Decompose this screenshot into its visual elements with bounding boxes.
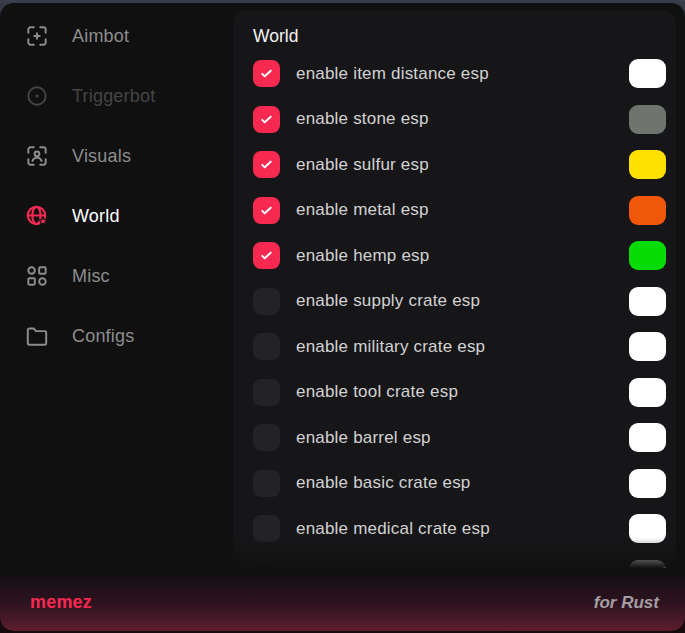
esp-row-label: enable sulfur esp [296, 155, 429, 175]
shapes-grid-icon [24, 263, 50, 289]
sidebar-item-label: World [72, 206, 120, 227]
esp-row-label: enable military crate esp [296, 337, 485, 357]
esp-row: enable item distance esp [233, 51, 676, 97]
color-swatch[interactable] [629, 514, 666, 543]
check-icon [258, 247, 275, 264]
color-swatch[interactable] [629, 378, 666, 407]
check-icon [258, 111, 275, 128]
checkbox-checked[interactable] [253, 60, 280, 87]
checkbox-unchecked[interactable] [253, 379, 280, 406]
esp-row: enable sulfur esp [233, 142, 676, 188]
esp-row-label: enable barrel esp [296, 428, 431, 448]
esp-options-list: enable item distance espenable stone esp… [233, 51, 676, 568]
esp-row-label: enable hemp esp [296, 246, 429, 266]
color-swatch[interactable] [629, 423, 666, 452]
esp-row-label: enable medical crate esp [296, 519, 490, 539]
esp-row-label: enable metal esp [296, 200, 429, 220]
esp-row: enable supply crate esp [233, 279, 676, 325]
sidebar: AimbotTriggerbotVisualsWorldMiscConfigs [0, 3, 233, 571]
esp-row: enable metal esp [233, 188, 676, 234]
footer-bar: memez for Rust [0, 574, 685, 631]
esp-row: enable military crate esp [233, 324, 676, 370]
esp-row-label: enable basic crate esp [296, 473, 471, 493]
sidebar-item-triggerbot[interactable]: Triggerbot [0, 66, 233, 126]
color-swatch[interactable] [629, 332, 666, 361]
esp-row: enable medical crate esp [233, 506, 676, 552]
color-swatch[interactable] [629, 150, 666, 179]
color-swatch[interactable] [629, 560, 666, 568]
esp-row-label: enable item distance esp [296, 64, 489, 84]
checkbox-unchecked[interactable] [253, 288, 280, 315]
color-swatch[interactable] [629, 241, 666, 270]
sidebar-item-configs[interactable]: Configs [0, 306, 233, 366]
check-icon [258, 202, 275, 219]
checkbox-unchecked[interactable] [253, 515, 280, 542]
esp-row: enable hemp esp [233, 233, 676, 279]
cheat-menu-window: AimbotTriggerbotVisualsWorldMiscConfigs … [0, 3, 685, 631]
circle-dot-icon [24, 83, 50, 109]
checkbox-unchecked[interactable] [253, 470, 280, 497]
esp-row [233, 552, 676, 569]
sidebar-item-world[interactable]: World [0, 186, 233, 246]
sidebar-item-visuals[interactable]: Visuals [0, 126, 233, 186]
color-swatch[interactable] [629, 105, 666, 134]
esp-row: enable tool crate esp [233, 370, 676, 416]
checkbox-checked[interactable] [253, 242, 280, 269]
globe-star-icon [24, 203, 50, 229]
checkbox-unchecked[interactable] [253, 333, 280, 360]
panel-title: World [253, 23, 676, 49]
sidebar-item-aimbot[interactable]: Aimbot [0, 6, 233, 66]
esp-row: enable stone esp [233, 97, 676, 143]
check-icon [258, 156, 275, 173]
esp-row-label: enable supply crate esp [296, 291, 480, 311]
esp-row-label: enable stone esp [296, 109, 429, 129]
sidebar-item-label: Configs [72, 326, 134, 347]
sidebar-item-label: Visuals [72, 146, 131, 167]
esp-row-label: enable tool crate esp [296, 382, 458, 402]
checkbox-checked[interactable] [253, 106, 280, 133]
color-swatch[interactable] [629, 196, 666, 225]
sidebar-item-misc[interactable]: Misc [0, 246, 233, 306]
esp-row: enable barrel esp [233, 415, 676, 461]
color-swatch[interactable] [629, 469, 666, 498]
brand-text: memez [30, 592, 92, 613]
sidebar-item-label: Misc [72, 266, 110, 287]
sidebar-item-label: Aimbot [72, 26, 129, 47]
crosshair-icon [24, 23, 50, 49]
color-swatch[interactable] [629, 287, 666, 316]
checkbox-checked[interactable] [253, 151, 280, 178]
world-panel: World enable item distance espenable sto… [233, 10, 676, 568]
person-scan-icon [24, 143, 50, 169]
checkbox-unchecked[interactable] [253, 424, 280, 451]
check-icon [258, 65, 275, 82]
color-swatch[interactable] [629, 59, 666, 88]
esp-row: enable basic crate esp [233, 461, 676, 507]
folder-icon [24, 323, 50, 349]
sidebar-item-label: Triggerbot [72, 86, 155, 107]
checkbox-unchecked[interactable] [253, 561, 280, 568]
tagline-text: for Rust [594, 593, 659, 613]
checkbox-checked[interactable] [253, 197, 280, 224]
